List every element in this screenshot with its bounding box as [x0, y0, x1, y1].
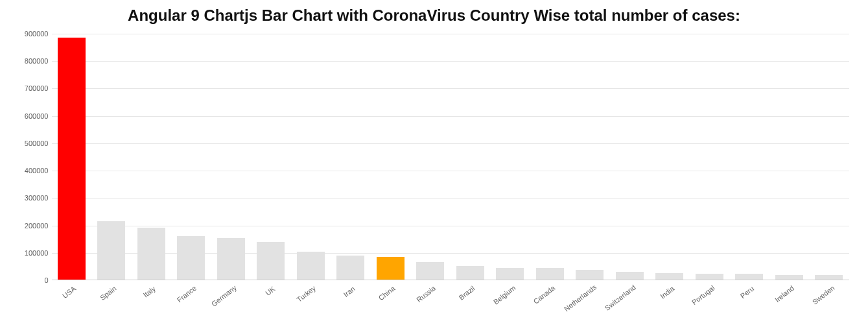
bar-slot [769, 34, 810, 280]
bar[interactable] [177, 236, 205, 280]
x-label-slot: India [650, 282, 690, 314]
x-axis-labels: USASpainItalyFranceGermanyUKTurkeyIranCh… [52, 282, 849, 314]
x-label-slot: Netherlands [570, 282, 610, 314]
bar[interactable] [377, 257, 405, 280]
x-label-slot: Russia [410, 282, 451, 314]
y-tick-label: 700000 [13, 84, 49, 92]
y-tick-label: 800000 [13, 57, 49, 65]
bar-slot [490, 34, 530, 280]
bar-slot [729, 34, 769, 280]
x-label-slot: Portugal [690, 282, 730, 314]
x-label-slot: China [371, 282, 411, 314]
bar-slot [251, 34, 291, 280]
bar-slot [410, 34, 451, 280]
x-label-slot: France [171, 282, 211, 314]
page-title: Angular 9 Chartjs Bar Chart with CoronaV… [0, 0, 868, 27]
bar-slot [610, 34, 650, 280]
bar-slot [132, 34, 172, 280]
bar-slot [91, 34, 132, 280]
x-label-slot: Italy [132, 282, 172, 314]
x-label-slot: Brazil [451, 282, 491, 314]
x-label-slot: Switzerland [610, 282, 650, 314]
bar[interactable] [137, 228, 165, 280]
x-label-slot: Ireland [769, 282, 810, 314]
x-label-slot: Sweden [809, 282, 849, 314]
x-label-slot: Iran [331, 282, 371, 314]
x-label-slot: Spain [91, 282, 132, 314]
y-tick-label: 200000 [13, 222, 49, 230]
bar-slot [690, 34, 730, 280]
y-tick-label: 900000 [13, 30, 49, 38]
bar[interactable] [257, 242, 285, 280]
x-label-slot: USA [52, 282, 92, 314]
bar-slot [331, 34, 371, 280]
x-label-slot: Germany [211, 282, 252, 314]
x-label-slot: Turkey [291, 282, 331, 314]
bar-slot [52, 34, 92, 280]
bar-slot [171, 34, 211, 280]
bar-slot [371, 34, 411, 280]
y-tick-label: 600000 [13, 112, 49, 120]
y-tick-label: 100000 [13, 249, 49, 257]
bar-slot [291, 34, 331, 280]
plot-area [52, 34, 849, 280]
y-tick-label: 0 [13, 276, 49, 284]
bar-slot [451, 34, 491, 280]
y-tick-label: 300000 [13, 194, 49, 202]
bars-container [52, 34, 849, 280]
bar-slot [809, 34, 849, 280]
bar-slot [211, 34, 252, 280]
bar-slot [650, 34, 690, 280]
x-label-slot: Peru [729, 282, 769, 314]
bar-slot [570, 34, 610, 280]
bar[interactable] [97, 221, 125, 280]
bar[interactable] [336, 256, 364, 280]
y-tick-label: 400000 [13, 167, 49, 175]
bar-slot [530, 34, 570, 280]
bar-chart: 0100000200000300000400000500000600000700… [13, 27, 856, 313]
y-tick-label: 500000 [13, 139, 49, 147]
x-label-slot: UK [251, 282, 291, 314]
bar[interactable] [217, 238, 245, 280]
bar[interactable] [297, 252, 325, 280]
bar[interactable] [58, 38, 86, 280]
x-tick-label: UK [271, 280, 283, 292]
x-label-slot: Belgium [490, 282, 530, 314]
